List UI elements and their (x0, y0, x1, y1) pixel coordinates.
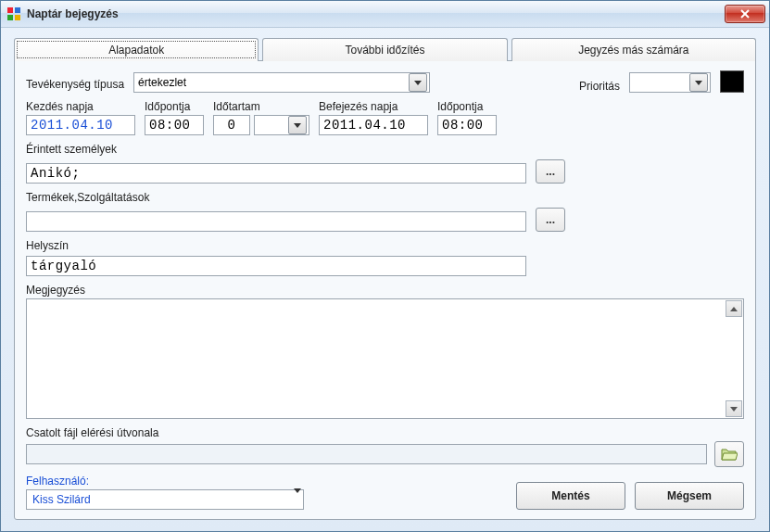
priority-select[interactable] (629, 72, 711, 93)
duration-unit-select[interactable] (254, 115, 309, 135)
persons-browse-button[interactable]: ... (536, 159, 565, 184)
window-title: Naptár bejegyzés (27, 7, 725, 20)
svg-rect-2 (7, 15, 13, 20)
tab-timing[interactable]: További időzítés (262, 38, 507, 61)
start-time-label: Időpontja (145, 100, 204, 113)
scroll-down-button[interactable] (726, 400, 742, 417)
duration-unit-drop-btn[interactable] (288, 116, 307, 134)
close-icon (740, 9, 750, 19)
svg-rect-3 (15, 15, 20, 20)
cancel-button-label: Mégsem (667, 489, 712, 502)
cancel-button[interactable]: Mégsem (635, 482, 744, 510)
app-icon (6, 6, 21, 21)
chevron-down-icon (294, 123, 301, 128)
tab-entryfor[interactable]: Jegyzés más számára (511, 38, 756, 61)
chevron-down-icon (695, 81, 702, 85)
ellipsis-label: ... (546, 165, 555, 178)
tab-basic-label: Alapadatok (108, 44, 164, 57)
attachment-label: Csatolt fájl elérési útvonala (26, 426, 744, 439)
attachment-path-input[interactable] (26, 444, 707, 464)
persons-label: Érintett személyek (26, 143, 744, 156)
ellipsis-label: ... (546, 213, 555, 226)
titlebar: Naptár bejegyzés (1, 1, 769, 28)
folder-open-icon (721, 447, 738, 462)
chevron-down-icon (294, 488, 301, 506)
priority-color-swatch[interactable] (720, 70, 744, 93)
tab-basic[interactable]: Alapadatok (14, 38, 259, 61)
save-button[interactable]: Mentés (516, 482, 625, 510)
user-drop-btn[interactable] (294, 493, 301, 506)
persons-input[interactable] (26, 163, 526, 184)
activity-type-drop-btn[interactable] (409, 73, 427, 92)
activity-type-value: értekezlet (138, 76, 186, 89)
location-input[interactable] (26, 256, 526, 276)
calendar-entry-window: Naptár bejegyzés Alapadatok További időz… (0, 0, 770, 532)
products-input[interactable] (26, 211, 526, 232)
end-time-label: Időpontja (437, 100, 497, 113)
chevron-down-icon (414, 81, 422, 85)
end-date-input[interactable] (319, 115, 428, 135)
close-button[interactable] (725, 5, 765, 23)
chevron-up-icon (730, 307, 738, 311)
svg-rect-0 (7, 7, 13, 13)
scroll-up-button[interactable] (726, 300, 742, 317)
attachment-browse-button[interactable] (714, 441, 744, 467)
tab-entryfor-label: Jegyzés más számára (578, 44, 688, 57)
duration-input[interactable] (213, 115, 250, 135)
priority-label: Prioritás (579, 80, 620, 93)
end-date-label: Befejezés napja (319, 100, 428, 113)
start-date-input[interactable] (26, 115, 135, 135)
priority-drop-btn[interactable] (689, 73, 708, 92)
duration-label: Időtartam (213, 100, 309, 113)
user-select[interactable]: Kiss Szilárd (26, 489, 304, 510)
start-date-label: Kezdés napja (26, 100, 135, 113)
activity-type-select[interactable]: értekezlet (133, 72, 430, 93)
products-browse-button[interactable]: ... (536, 208, 565, 232)
start-time-input[interactable] (145, 115, 204, 135)
content-area: Alapadatok További időzítés Jegyzés más … (1, 28, 769, 531)
note-textarea[interactable] (26, 298, 744, 419)
end-time-input[interactable] (437, 115, 497, 135)
svg-rect-1 (15, 7, 20, 13)
save-button-label: Mentés (551, 489, 589, 502)
tab-panel-basic: Tevékenység típusa értekezlet Prioritás (14, 60, 756, 520)
chevron-down-icon (730, 407, 738, 412)
user-value: Kiss Szilárd (32, 493, 91, 506)
tab-timing-label: További időzítés (345, 44, 424, 57)
note-label: Megjegyzés (26, 284, 744, 297)
location-label: Helyszín (26, 239, 744, 252)
user-label: Felhasználó: (26, 475, 304, 488)
products-label: Termékek,Szolgáltatások (26, 191, 744, 204)
activity-type-label: Tevékenység típusa (26, 78, 124, 91)
tab-bar: Alapadatok További időzítés Jegyzés más … (14, 37, 756, 60)
